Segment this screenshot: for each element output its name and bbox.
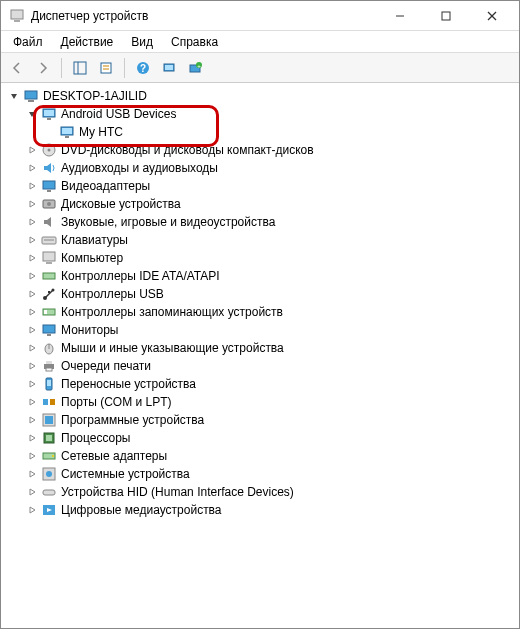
chevron-right-icon[interactable] [25, 341, 39, 355]
tree-category[interactable]: Контроллеры IDE ATA/ATAPI [3, 267, 517, 285]
menu-view[interactable]: Вид [123, 33, 161, 51]
properties-icon [99, 61, 113, 75]
tree-category[interactable]: Контроллеры запоминающих устройств [3, 303, 517, 321]
chevron-right-icon[interactable] [25, 215, 39, 229]
tool-forward[interactable] [31, 56, 55, 80]
computer-icon [23, 88, 39, 104]
tree-category[interactable]: Процессоры [3, 429, 517, 447]
tree-category[interactable]: Компьютер [3, 249, 517, 267]
menu-file[interactable]: Файл [5, 33, 51, 51]
computer-icon [41, 250, 57, 266]
svg-rect-49 [46, 368, 52, 371]
svg-rect-51 [47, 380, 51, 386]
close-button[interactable] [469, 1, 515, 31]
tree-category-label: DVD-дисководы и дисководы компакт-дисков [61, 141, 314, 159]
tool-add-legacy[interactable]: + [183, 56, 207, 80]
portable-icon [41, 376, 57, 392]
svg-rect-44 [47, 334, 51, 336]
tool-back[interactable] [5, 56, 29, 80]
chevron-right-icon[interactable] [25, 323, 39, 337]
chevron-down-icon[interactable] [25, 107, 39, 121]
hid-icon [41, 484, 57, 500]
svg-rect-14 [165, 65, 173, 70]
tool-show-hide-tree[interactable] [68, 56, 92, 80]
chevron-right-icon[interactable] [25, 143, 39, 157]
app-icon [9, 8, 25, 24]
chevron-down-icon[interactable] [7, 89, 21, 103]
tree-category-label: Программные устройства [61, 411, 204, 429]
tree-category-label: Процессоры [61, 429, 131, 447]
tool-properties[interactable] [94, 56, 118, 80]
svg-rect-29 [47, 190, 51, 192]
tree-category[interactable]: Дисковые устройства [3, 195, 517, 213]
chevron-right-icon[interactable] [25, 395, 39, 409]
device-tree[interactable]: DESKTOP-1AJILIDAndroid USB DevicesMy HTC… [1, 83, 519, 628]
tool-help[interactable]: ? [131, 56, 155, 80]
chevron-right-icon[interactable] [25, 179, 39, 193]
tree-category-label: Мониторы [61, 321, 118, 339]
chevron-right-icon[interactable] [25, 161, 39, 175]
svg-rect-57 [46, 435, 52, 441]
tree-category-label: Переносные устройства [61, 375, 196, 393]
svg-rect-42 [44, 310, 47, 314]
svg-text:?: ? [140, 63, 146, 74]
menu-action[interactable]: Действие [53, 33, 122, 51]
chevron-right-icon[interactable] [25, 467, 39, 481]
tree-category[interactable]: Сетевые адаптеры [3, 447, 517, 465]
chevron-right-icon[interactable] [25, 269, 39, 283]
chevron-right-icon[interactable] [25, 359, 39, 373]
tree-category-label: Порты (COM и LPT) [61, 393, 172, 411]
tree-category[interactable]: Очереди печати [3, 357, 517, 375]
tree-category[interactable]: Видеоадаптеры [3, 177, 517, 195]
monitor-icon [41, 106, 57, 122]
tree-root-label: DESKTOP-1AJILID [43, 87, 147, 105]
tree-device-my-htc[interactable]: My HTC [3, 123, 517, 141]
tree-root[interactable]: DESKTOP-1AJILID [3, 87, 517, 105]
tree-category[interactable]: DVD-дисководы и дисководы компакт-дисков [3, 141, 517, 159]
tree-category-label: Видеоадаптеры [61, 177, 150, 195]
toolbar-separator [61, 58, 62, 78]
chevron-right-icon[interactable] [25, 485, 39, 499]
tree-category[interactable]: Мыши и иные указывающие устройства [3, 339, 517, 357]
tree-category[interactable]: Устройства HID (Human Interface Devices) [3, 483, 517, 501]
chevron-right-icon[interactable] [25, 233, 39, 247]
chevron-right-icon[interactable] [25, 251, 39, 265]
tree-category-android-usb[interactable]: Android USB Devices [3, 105, 517, 123]
svg-rect-18 [25, 91, 37, 99]
svg-rect-48 [46, 361, 52, 364]
tree-category[interactable]: Мониторы [3, 321, 517, 339]
tree-category[interactable]: Цифровые медиаустройства [3, 501, 517, 519]
svg-rect-24 [62, 128, 72, 134]
tree-category[interactable]: Аудиовходы и аудиовыходы [3, 159, 517, 177]
tree-category-label: Контроллеры IDE ATA/ATAPI [61, 267, 220, 285]
chevron-right-icon[interactable] [25, 197, 39, 211]
chevron-right-icon[interactable] [25, 413, 39, 427]
tree-category[interactable]: Программные устройства [3, 411, 517, 429]
maximize-button[interactable] [423, 1, 469, 31]
minimize-button[interactable] [377, 1, 423, 31]
svg-rect-3 [442, 12, 450, 20]
maximize-icon [441, 11, 451, 21]
audio-icon [41, 160, 57, 176]
svg-text:+: + [197, 62, 201, 68]
tree-category-label: Клавиатуры [61, 231, 128, 249]
network-icon [41, 448, 57, 464]
tree-category[interactable]: Системные устройства [3, 465, 517, 483]
tree-category[interactable]: Звуковые, игровые и видеоустройства [3, 213, 517, 231]
disc-icon [41, 142, 57, 158]
chevron-right-icon[interactable] [25, 287, 39, 301]
svg-rect-25 [65, 136, 69, 138]
software-icon [41, 412, 57, 428]
chevron-right-icon[interactable] [25, 377, 39, 391]
chevron-right-icon[interactable] [25, 305, 39, 319]
chevron-right-icon[interactable] [25, 449, 39, 463]
menu-help[interactable]: Справка [163, 33, 226, 51]
chevron-right-icon[interactable] [25, 431, 39, 445]
tree-category[interactable]: Переносные устройства [3, 375, 517, 393]
chevron-right-icon[interactable] [25, 503, 39, 517]
svg-point-31 [47, 202, 51, 206]
tool-scan[interactable] [157, 56, 181, 80]
tree-category[interactable]: Контроллеры USB [3, 285, 517, 303]
tree-category[interactable]: Клавиатуры [3, 231, 517, 249]
tree-category[interactable]: Порты (COM и LPT) [3, 393, 517, 411]
